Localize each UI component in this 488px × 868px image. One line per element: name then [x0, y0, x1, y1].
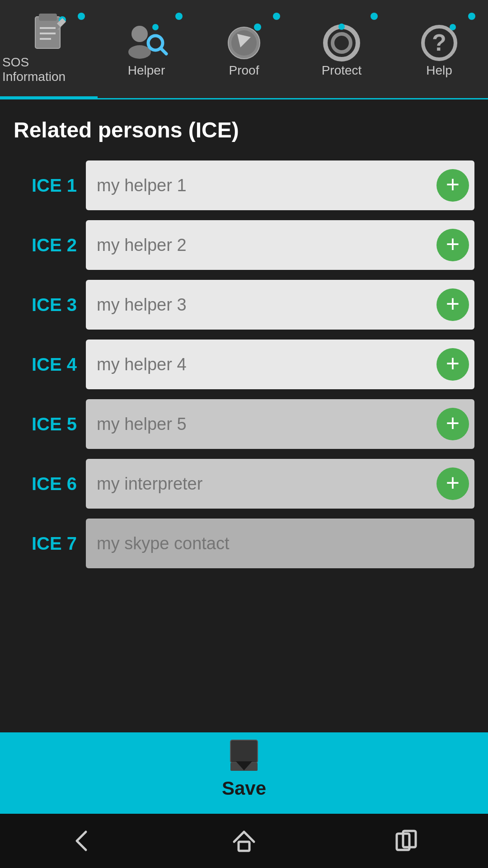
arrow-compass-icon [221, 18, 267, 63]
svg-text:?: ? [432, 29, 446, 56]
question-circle-icon: ? [417, 18, 462, 63]
back-button[interactable] [63, 823, 99, 859]
ice-add-button-2[interactable]: + [436, 229, 469, 261]
plus-icon-5: + [446, 411, 460, 435]
nav-item-sos-information[interactable]: SOS Information [0, 0, 98, 98]
nav-dot-protect [371, 13, 378, 20]
ice-input-container-1: + [86, 160, 474, 210]
ice-add-button-3[interactable]: + [436, 288, 469, 321]
svg-line-10 [161, 48, 166, 54]
save-section[interactable]: Save [0, 732, 488, 814]
ice-label-7: ICE 7 [14, 533, 77, 554]
search-people-icon [124, 18, 169, 63]
svg-rect-21 [230, 740, 258, 763]
save-icon [226, 738, 262, 774]
recents-button[interactable] [389, 823, 425, 859]
ice-label-6: ICE 6 [14, 474, 77, 494]
svg-point-7 [131, 26, 148, 42]
nav-label-help: Help [426, 63, 452, 78]
svg-point-11 [152, 24, 159, 30]
ice-input-container-2: + [86, 220, 474, 270]
ice-input-container-7 [86, 519, 474, 568]
nav-dot-helper [175, 13, 183, 20]
ice-row-1: ICE 1+ [14, 160, 474, 210]
ice-input-1[interactable] [86, 160, 474, 210]
ice-label-3: ICE 3 [14, 295, 77, 315]
ice-input-container-4: + [86, 340, 474, 389]
svg-point-17 [338, 24, 345, 30]
home-button[interactable] [226, 823, 262, 859]
ice-label-4: ICE 4 [14, 354, 77, 375]
ice-input-4[interactable] [86, 340, 474, 389]
plus-icon-2: + [446, 232, 460, 256]
ice-input-container-6: + [86, 459, 474, 509]
svg-point-15 [325, 27, 358, 59]
top-navigation: SOS Information Helper Proof [0, 0, 488, 99]
ice-row-2: ICE 2+ [14, 220, 474, 270]
nav-item-help[interactable]: ? Help [390, 0, 488, 98]
svg-point-20 [450, 24, 456, 30]
ice-input-2[interactable] [86, 220, 474, 270]
nav-label-helper: Helper [128, 63, 165, 78]
nav-label-proof: Proof [229, 63, 259, 78]
svg-point-14 [254, 24, 261, 31]
bottom-navigation-bar [0, 814, 488, 868]
nav-dot-proof [273, 13, 280, 20]
ice-label-2: ICE 2 [14, 235, 77, 255]
circle-ring-icon [319, 18, 364, 63]
nav-dot-sos [78, 13, 85, 20]
plus-icon-3: + [446, 292, 460, 316]
nav-label-protect: Protect [322, 63, 362, 78]
nav-item-proof[interactable]: Proof [195, 0, 293, 98]
save-label: Save [222, 778, 266, 799]
main-content: Related persons (ICE) ICE 1+ICE 2+ICE 3+… [0, 99, 488, 732]
ice-add-button-4[interactable]: + [436, 348, 469, 381]
ice-list: ICE 1+ICE 2+ICE 3+ICE 4+ICE 5+ICE 6+ICE … [14, 160, 474, 568]
ice-row-4: ICE 4+ [14, 340, 474, 389]
ice-row-5: ICE 5+ [14, 399, 474, 449]
ice-add-button-5[interactable]: + [436, 408, 469, 440]
nav-item-helper[interactable]: Helper [98, 0, 195, 98]
section-title: Related persons (ICE) [14, 118, 474, 142]
ice-label-1: ICE 1 [14, 175, 77, 196]
ice-input-3[interactable] [86, 280, 474, 330]
clipboard-pen-icon [26, 10, 71, 55]
svg-point-16 [333, 34, 351, 52]
ice-input-7[interactable] [86, 519, 474, 568]
svg-rect-1 [39, 14, 57, 21]
ice-add-button-6[interactable]: + [436, 467, 469, 500]
ice-input-container-3: + [86, 280, 474, 330]
ice-input-container-5: + [86, 399, 474, 449]
nav-item-protect[interactable]: Protect [293, 0, 390, 98]
ice-row-7: ICE 7 [14, 519, 474, 568]
svg-point-8 [128, 45, 151, 59]
ice-row-6: ICE 6+ [14, 459, 474, 509]
ice-add-button-1[interactable]: + [436, 169, 469, 202]
ice-input-5[interactable] [86, 399, 474, 449]
plus-icon-6: + [446, 471, 460, 495]
plus-icon-4: + [446, 352, 460, 375]
ice-input-6[interactable] [86, 459, 474, 509]
svg-rect-25 [239, 842, 249, 851]
nav-label-sos: SOS Information [2, 55, 95, 84]
ice-label-5: ICE 5 [14, 414, 77, 434]
plus-icon-1: + [446, 173, 460, 196]
ice-row-3: ICE 3+ [14, 280, 474, 330]
nav-dot-help [468, 13, 475, 20]
